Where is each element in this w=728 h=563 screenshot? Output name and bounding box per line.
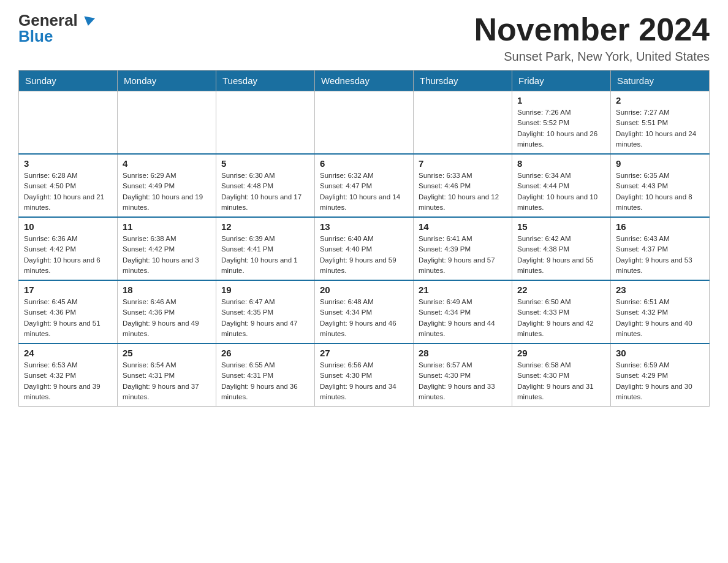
logo-blue-text: Blue <box>18 28 53 44</box>
calendar-day-cell: 5Sunrise: 6:30 AMSunset: 4:48 PMDaylight… <box>216 154 315 217</box>
day-number: 10 <box>24 221 112 232</box>
day-number: 18 <box>123 285 211 295</box>
day-number: 3 <box>24 158 112 169</box>
day-number: 21 <box>419 285 507 295</box>
day-number: 26 <box>221 348 309 358</box>
day-number: 19 <box>221 285 309 295</box>
logo-blue-label: Blue <box>18 28 53 44</box>
day-info: Sunrise: 7:26 AMSunset: 5:52 PMDaylight:… <box>517 107 605 150</box>
calendar-day-cell: 3Sunrise: 6:28 AMSunset: 4:50 PMDaylight… <box>19 154 118 217</box>
calendar-week-row: 3Sunrise: 6:28 AMSunset: 4:50 PMDaylight… <box>19 154 710 217</box>
day-info: Sunrise: 6:47 AMSunset: 4:35 PMDaylight:… <box>221 297 309 339</box>
day-number: 15 <box>517 221 605 232</box>
day-number: 30 <box>616 348 704 358</box>
day-number: 7 <box>419 158 507 169</box>
calendar-day-cell: 11Sunrise: 6:38 AMSunset: 4:42 PMDayligh… <box>118 217 216 280</box>
calendar-day-header: Thursday <box>414 71 512 91</box>
calendar-table: SundayMondayTuesdayWednesdayThursdayFrid… <box>18 70 710 407</box>
day-info: Sunrise: 6:53 AMSunset: 4:32 PMDaylight:… <box>24 360 112 402</box>
calendar-week-row: 1Sunrise: 7:26 AMSunset: 5:52 PMDaylight… <box>19 91 710 155</box>
day-info: Sunrise: 6:57 AMSunset: 4:30 PMDaylight:… <box>419 360 507 402</box>
day-info: Sunrise: 6:45 AMSunset: 4:36 PMDaylight:… <box>24 297 112 339</box>
calendar-day-cell: 16Sunrise: 6:43 AMSunset: 4:37 PMDayligh… <box>611 217 710 280</box>
calendar-week-row: 17Sunrise: 6:45 AMSunset: 4:36 PMDayligh… <box>19 280 710 343</box>
calendar-day-header: Monday <box>118 71 216 91</box>
calendar-day-header: Wednesday <box>315 71 414 91</box>
calendar-day-cell <box>19 91 118 155</box>
day-number: 23 <box>616 285 704 295</box>
calendar-day-header: Friday <box>512 71 611 91</box>
calendar-day-cell: 20Sunrise: 6:48 AMSunset: 4:34 PMDayligh… <box>315 280 414 343</box>
calendar-day-cell: 19Sunrise: 6:47 AMSunset: 4:35 PMDayligh… <box>216 280 315 343</box>
day-info: Sunrise: 6:48 AMSunset: 4:34 PMDaylight:… <box>320 297 408 339</box>
day-number: 13 <box>320 221 408 232</box>
day-info: Sunrise: 6:32 AMSunset: 4:47 PMDaylight:… <box>320 170 408 213</box>
day-number: 28 <box>419 348 507 358</box>
day-info: Sunrise: 6:59 AMSunset: 4:29 PMDaylight:… <box>616 360 704 402</box>
calendar-day-cell <box>315 91 414 155</box>
day-info: Sunrise: 6:30 AMSunset: 4:48 PMDaylight:… <box>221 170 309 213</box>
day-number: 11 <box>123 221 211 232</box>
month-title: November 2024 <box>474 12 710 47</box>
calendar-day-cell: 14Sunrise: 6:41 AMSunset: 4:39 PMDayligh… <box>414 217 512 280</box>
day-info: Sunrise: 6:34 AMSunset: 4:44 PMDaylight:… <box>517 170 605 213</box>
day-info: Sunrise: 6:58 AMSunset: 4:30 PMDaylight:… <box>517 360 605 402</box>
day-number: 6 <box>320 158 408 169</box>
day-info: Sunrise: 6:54 AMSunset: 4:31 PMDaylight:… <box>123 360 211 402</box>
day-info: Sunrise: 6:55 AMSunset: 4:31 PMDaylight:… <box>221 360 309 402</box>
calendar-day-cell: 29Sunrise: 6:58 AMSunset: 4:30 PMDayligh… <box>512 343 611 407</box>
day-number: 14 <box>419 221 507 232</box>
calendar-day-cell: 10Sunrise: 6:36 AMSunset: 4:42 PMDayligh… <box>19 217 118 280</box>
day-info: Sunrise: 6:38 AMSunset: 4:42 PMDaylight:… <box>123 234 211 276</box>
calendar-day-cell: 6Sunrise: 6:32 AMSunset: 4:47 PMDaylight… <box>315 154 414 217</box>
day-info: Sunrise: 6:50 AMSunset: 4:33 PMDaylight:… <box>517 297 605 339</box>
calendar-day-cell: 12Sunrise: 6:39 AMSunset: 4:41 PMDayligh… <box>216 217 315 280</box>
calendar-day-cell: 9Sunrise: 6:35 AMSunset: 4:43 PMDaylight… <box>611 154 710 217</box>
day-info: Sunrise: 6:28 AMSunset: 4:50 PMDaylight:… <box>24 170 112 213</box>
day-info: Sunrise: 6:39 AMSunset: 4:41 PMDaylight:… <box>221 234 309 276</box>
day-number: 27 <box>320 348 408 358</box>
day-info: Sunrise: 6:42 AMSunset: 4:38 PMDaylight:… <box>517 234 605 276</box>
day-info: Sunrise: 6:33 AMSunset: 4:46 PMDaylight:… <box>419 170 507 213</box>
day-number: 12 <box>221 221 309 232</box>
calendar-day-cell: 30Sunrise: 6:59 AMSunset: 4:29 PMDayligh… <box>611 343 710 407</box>
calendar-day-cell: 17Sunrise: 6:45 AMSunset: 4:36 PMDayligh… <box>19 280 118 343</box>
calendar-week-row: 24Sunrise: 6:53 AMSunset: 4:32 PMDayligh… <box>19 343 710 407</box>
calendar-day-cell: 18Sunrise: 6:46 AMSunset: 4:36 PMDayligh… <box>118 280 216 343</box>
day-number: 5 <box>221 158 309 169</box>
calendar-day-cell: 2Sunrise: 7:27 AMSunset: 5:51 PMDaylight… <box>611 91 710 155</box>
calendar-day-cell: 26Sunrise: 6:55 AMSunset: 4:31 PMDayligh… <box>216 343 315 407</box>
page-header: General Blue November 2024 Sunset Park, … <box>18 12 710 64</box>
calendar-day-cell <box>216 91 315 155</box>
day-info: Sunrise: 6:36 AMSunset: 4:42 PMDaylight:… <box>24 234 112 276</box>
calendar-day-cell: 27Sunrise: 6:56 AMSunset: 4:30 PMDayligh… <box>315 343 414 407</box>
calendar-day-header: Saturday <box>611 71 710 91</box>
day-number: 2 <box>616 95 704 105</box>
day-info: Sunrise: 6:46 AMSunset: 4:36 PMDaylight:… <box>123 297 211 339</box>
day-info: Sunrise: 6:51 AMSunset: 4:32 PMDaylight:… <box>616 297 704 339</box>
day-info: Sunrise: 6:56 AMSunset: 4:30 PMDaylight:… <box>320 360 408 402</box>
calendar-day-cell: 15Sunrise: 6:42 AMSunset: 4:38 PMDayligh… <box>512 217 611 280</box>
calendar-week-row: 10Sunrise: 6:36 AMSunset: 4:42 PMDayligh… <box>19 217 710 280</box>
calendar-day-cell: 23Sunrise: 6:51 AMSunset: 4:32 PMDayligh… <box>611 280 710 343</box>
day-info: Sunrise: 6:35 AMSunset: 4:43 PMDaylight:… <box>616 170 704 213</box>
logo: General Blue <box>18 12 94 44</box>
calendar-day-cell: 24Sunrise: 6:53 AMSunset: 4:32 PMDayligh… <box>19 343 118 407</box>
day-number: 24 <box>24 348 112 358</box>
calendar-day-cell: 4Sunrise: 6:29 AMSunset: 4:49 PMDaylight… <box>118 154 216 217</box>
day-number: 25 <box>123 348 211 358</box>
logo-general-text: General <box>18 12 94 28</box>
day-info: Sunrise: 6:41 AMSunset: 4:39 PMDaylight:… <box>419 234 507 276</box>
calendar-day-cell: 21Sunrise: 6:49 AMSunset: 4:34 PMDayligh… <box>414 280 512 343</box>
day-info: Sunrise: 6:29 AMSunset: 4:49 PMDaylight:… <box>123 170 211 213</box>
day-info: Sunrise: 6:43 AMSunset: 4:37 PMDaylight:… <box>616 234 704 276</box>
location-title: Sunset Park, New York, United States <box>474 50 710 64</box>
day-info: Sunrise: 6:40 AMSunset: 4:40 PMDaylight:… <box>320 234 408 276</box>
day-number: 17 <box>24 285 112 295</box>
calendar-day-cell <box>414 91 512 155</box>
calendar-day-cell: 13Sunrise: 6:40 AMSunset: 4:40 PMDayligh… <box>315 217 414 280</box>
calendar-day-cell: 25Sunrise: 6:54 AMSunset: 4:31 PMDayligh… <box>118 343 216 407</box>
calendar-day-cell: 22Sunrise: 6:50 AMSunset: 4:33 PMDayligh… <box>512 280 611 343</box>
day-number: 1 <box>517 95 605 105</box>
calendar-day-header: Tuesday <box>216 71 315 91</box>
